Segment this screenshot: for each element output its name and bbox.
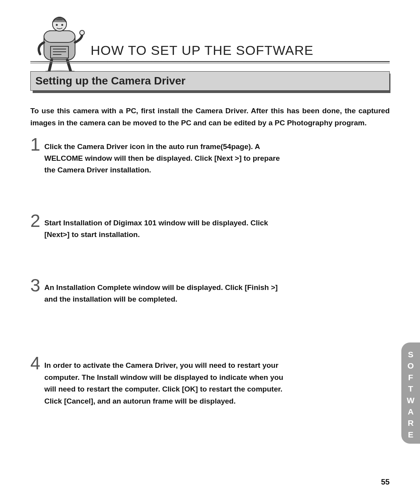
side-tab-software: S O F T W A R E bbox=[401, 342, 420, 444]
section-heading-container: Setting up the Camera Driver bbox=[30, 71, 390, 91]
step-text: Start Installation of Digimax 101 window… bbox=[44, 217, 285, 241]
step-text: Click the Camera Driver icon in the auto… bbox=[44, 141, 285, 176]
side-tab-letter: F bbox=[401, 372, 420, 383]
step-text: In order to activate the Camera Driver, … bbox=[44, 360, 285, 407]
step-number: 1 bbox=[30, 135, 40, 153]
step-number: 4 bbox=[30, 354, 40, 372]
svg-rect-4 bbox=[56, 18, 63, 20]
side-tab-letter: R bbox=[401, 417, 420, 428]
side-tab-letter: A bbox=[401, 406, 420, 417]
step-number: 3 bbox=[30, 276, 40, 294]
step-text: An Installation Complete window will be … bbox=[44, 282, 285, 306]
manual-page: HOW TO SET UP THE SOFTWARE Setting up th… bbox=[0, 0, 420, 504]
step-item: 2 Start Installation of Digimax 101 wind… bbox=[30, 217, 390, 241]
section-heading: Setting up the Camera Driver bbox=[30, 71, 390, 91]
page-title: HOW TO SET UP THE SOFTWARE bbox=[91, 43, 390, 58]
step-item: 1 Click the Camera Driver icon in the au… bbox=[30, 141, 390, 176]
side-tab-letter: E bbox=[401, 429, 420, 440]
side-tab-letter: W bbox=[401, 395, 420, 406]
steps-list: 1 Click the Camera Driver icon in the au… bbox=[30, 141, 390, 407]
svg-point-5 bbox=[56, 24, 58, 26]
step-item: 4 In order to activate the Camera Driver… bbox=[30, 360, 390, 407]
svg-point-7 bbox=[80, 30, 84, 35]
intro-text: To use this camera with a PC, first inst… bbox=[30, 105, 390, 129]
side-tab-letter: O bbox=[401, 360, 420, 371]
page-number: 55 bbox=[0, 478, 390, 486]
side-tab-letter: T bbox=[401, 383, 420, 394]
step-number: 2 bbox=[30, 212, 40, 230]
svg-point-6 bbox=[61, 24, 63, 26]
page-header: HOW TO SET UP THE SOFTWARE bbox=[30, 43, 390, 64]
svg-rect-2 bbox=[44, 31, 75, 42]
side-tab-letter: S bbox=[401, 349, 420, 360]
step-item: 3 An Installation Complete window will b… bbox=[30, 282, 390, 306]
header-divider bbox=[30, 61, 390, 64]
